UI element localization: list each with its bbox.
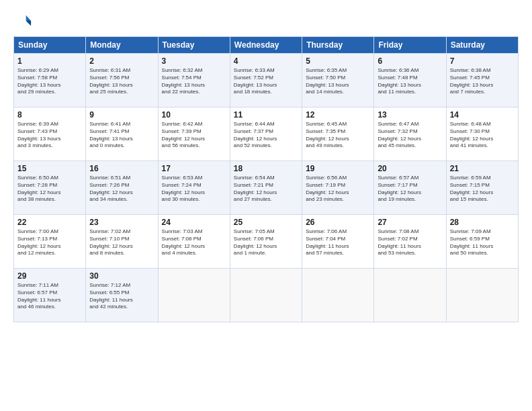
- cell-info: Sunrise: 6:57 AM Sunset: 7:17 PM Dayligh…: [378, 175, 442, 203]
- calendar-cell: 6Sunrise: 6:36 AM Sunset: 7:48 PM Daylig…: [374, 54, 446, 107]
- cell-info: Sunrise: 6:48 AM Sunset: 7:30 PM Dayligh…: [450, 121, 515, 150]
- cell-info: Sunrise: 6:42 AM Sunset: 7:39 PM Dayligh…: [162, 121, 226, 150]
- day-number: 22: [17, 218, 82, 227]
- calendar-cell: 16Sunrise: 6:51 AM Sunset: 7:26 PM Dayli…: [86, 161, 158, 215]
- calendar-cell: 29Sunrise: 7:11 AM Sunset: 6:57 PM Dayli…: [14, 269, 86, 322]
- cell-info: Sunrise: 7:08 AM Sunset: 7:02 PM Dayligh…: [378, 228, 442, 257]
- calendar-cell: 30Sunrise: 7:12 AM Sunset: 6:55 PM Dayli…: [86, 269, 158, 322]
- day-number: 17: [162, 164, 226, 173]
- cell-info: Sunrise: 7:12 AM Sunset: 6:55 PM Dayligh…: [89, 282, 154, 311]
- calendar-cell: 27Sunrise: 7:08 AM Sunset: 7:02 PM Dayli…: [374, 215, 446, 269]
- calendar-cell: [158, 269, 230, 322]
- page: SundayMondayTuesdayWednesdayThursdayFrid…: [0, 0, 532, 329]
- header: [13, 12, 519, 31]
- cell-info: Sunrise: 6:31 AM Sunset: 7:56 PM Dayligh…: [89, 67, 154, 96]
- cell-info: Sunrise: 6:33 AM Sunset: 7:52 PM Dayligh…: [234, 67, 298, 96]
- cell-info: Sunrise: 6:35 AM Sunset: 7:50 PM Dayligh…: [306, 67, 370, 96]
- calendar-cell: [230, 269, 302, 322]
- cell-info: Sunrise: 6:59 AM Sunset: 7:15 PM Dayligh…: [450, 175, 515, 203]
- calendar-cell: 20Sunrise: 6:57 AM Sunset: 7:17 PM Dayli…: [374, 161, 446, 215]
- calendar-cell: 15Sunrise: 6:50 AM Sunset: 7:28 PM Dayli…: [14, 161, 86, 215]
- calendar-cell: 9Sunrise: 6:41 AM Sunset: 7:41 PM Daylig…: [86, 107, 158, 161]
- cell-info: Sunrise: 7:06 AM Sunset: 7:04 PM Dayligh…: [306, 228, 370, 257]
- calendar-cell: 17Sunrise: 6:53 AM Sunset: 7:24 PM Dayli…: [158, 161, 230, 215]
- day-number: 27: [378, 218, 442, 227]
- calendar-header-sunday: Sunday: [14, 37, 86, 54]
- cell-info: Sunrise: 7:00 AM Sunset: 7:13 PM Dayligh…: [17, 228, 82, 257]
- calendar-cell: 18Sunrise: 6:54 AM Sunset: 7:21 PM Dayli…: [230, 161, 302, 215]
- day-number: 29: [17, 271, 82, 281]
- calendar-header-wednesday: Wednesday: [230, 37, 302, 54]
- calendar-cell: 2Sunrise: 6:31 AM Sunset: 7:56 PM Daylig…: [86, 54, 158, 107]
- calendar-table: SundayMondayTuesdayWednesdayThursdayFrid…: [13, 36, 519, 322]
- calendar-cell: 8Sunrise: 6:39 AM Sunset: 7:43 PM Daylig…: [14, 107, 86, 161]
- cell-info: Sunrise: 6:38 AM Sunset: 7:45 PM Dayligh…: [450, 67, 515, 96]
- cell-info: Sunrise: 7:05 AM Sunset: 7:06 PM Dayligh…: [234, 228, 298, 257]
- calendar-week-5: 29Sunrise: 7:11 AM Sunset: 6:57 PM Dayli…: [14, 269, 519, 322]
- day-number: 3: [162, 56, 226, 66]
- calendar-cell: [302, 269, 374, 322]
- day-number: 13: [378, 110, 442, 120]
- calendar-cell: 5Sunrise: 6:35 AM Sunset: 7:50 PM Daylig…: [302, 54, 374, 107]
- cell-info: Sunrise: 6:51 AM Sunset: 7:26 PM Dayligh…: [89, 175, 154, 203]
- cell-info: Sunrise: 6:50 AM Sunset: 7:28 PM Dayligh…: [17, 175, 82, 203]
- calendar-cell: 7Sunrise: 6:38 AM Sunset: 7:45 PM Daylig…: [446, 54, 518, 107]
- day-number: 4: [234, 56, 298, 66]
- calendar-cell: 24Sunrise: 7:03 AM Sunset: 7:08 PM Dayli…: [158, 215, 230, 269]
- cell-info: Sunrise: 6:56 AM Sunset: 7:19 PM Dayligh…: [306, 175, 370, 203]
- day-number: 18: [234, 164, 298, 173]
- day-number: 14: [450, 110, 515, 120]
- day-number: 5: [306, 56, 370, 66]
- day-number: 26: [306, 218, 370, 227]
- calendar-cell: [446, 269, 518, 322]
- calendar-header-thursday: Thursday: [302, 37, 374, 54]
- calendar-cell: 4Sunrise: 6:33 AM Sunset: 7:52 PM Daylig…: [230, 54, 302, 107]
- day-number: 25: [234, 218, 298, 227]
- calendar-header-row: SundayMondayTuesdayWednesdayThursdayFrid…: [14, 37, 519, 54]
- calendar-cell: 26Sunrise: 7:06 AM Sunset: 7:04 PM Dayli…: [302, 215, 374, 269]
- logo: [13, 12, 35, 31]
- day-number: 7: [450, 56, 515, 66]
- day-number: 2: [89, 56, 154, 66]
- day-number: 12: [306, 110, 370, 120]
- day-number: 8: [17, 110, 82, 120]
- cell-info: Sunrise: 6:53 AM Sunset: 7:24 PM Dayligh…: [162, 175, 226, 203]
- calendar-cell: 22Sunrise: 7:00 AM Sunset: 7:13 PM Dayli…: [14, 215, 86, 269]
- cell-info: Sunrise: 7:02 AM Sunset: 7:10 PM Dayligh…: [89, 228, 154, 257]
- calendar-header-tuesday: Tuesday: [158, 37, 230, 54]
- calendar-cell: [374, 269, 446, 322]
- day-number: 23: [89, 218, 154, 227]
- cell-info: Sunrise: 7:11 AM Sunset: 6:57 PM Dayligh…: [17, 282, 82, 311]
- calendar-cell: 10Sunrise: 6:42 AM Sunset: 7:39 PM Dayli…: [158, 107, 230, 161]
- day-number: 30: [89, 271, 154, 281]
- calendar-cell: 1Sunrise: 6:29 AM Sunset: 7:58 PM Daylig…: [14, 54, 86, 107]
- calendar-cell: 28Sunrise: 7:09 AM Sunset: 6:59 PM Dayli…: [446, 215, 518, 269]
- calendar-week-4: 22Sunrise: 7:00 AM Sunset: 7:13 PM Dayli…: [14, 215, 519, 269]
- cell-info: Sunrise: 6:45 AM Sunset: 7:35 PM Dayligh…: [306, 121, 370, 150]
- cell-info: Sunrise: 7:09 AM Sunset: 6:59 PM Dayligh…: [450, 228, 515, 257]
- day-number: 1: [17, 56, 82, 66]
- day-number: 11: [234, 110, 298, 120]
- day-number: 15: [17, 164, 82, 173]
- cell-info: Sunrise: 7:03 AM Sunset: 7:08 PM Dayligh…: [162, 228, 226, 257]
- calendar-cell: 21Sunrise: 6:59 AM Sunset: 7:15 PM Dayli…: [446, 161, 518, 215]
- day-number: 24: [162, 218, 226, 227]
- day-number: 10: [162, 110, 226, 120]
- cell-info: Sunrise: 6:47 AM Sunset: 7:32 PM Dayligh…: [378, 121, 442, 150]
- calendar-header-friday: Friday: [374, 37, 446, 54]
- cell-info: Sunrise: 6:39 AM Sunset: 7:43 PM Dayligh…: [17, 121, 82, 150]
- calendar-cell: 11Sunrise: 6:44 AM Sunset: 7:37 PM Dayli…: [230, 107, 302, 161]
- calendar-cell: 12Sunrise: 6:45 AM Sunset: 7:35 PM Dayli…: [302, 107, 374, 161]
- cell-info: Sunrise: 6:54 AM Sunset: 7:21 PM Dayligh…: [234, 175, 298, 203]
- calendar-week-3: 15Sunrise: 6:50 AM Sunset: 7:28 PM Dayli…: [14, 161, 519, 215]
- day-number: 21: [450, 164, 515, 173]
- day-number: 9: [89, 110, 154, 120]
- calendar-cell: 14Sunrise: 6:48 AM Sunset: 7:30 PM Dayli…: [446, 107, 518, 161]
- calendar-cell: 25Sunrise: 7:05 AM Sunset: 7:06 PM Dayli…: [230, 215, 302, 269]
- calendar-cell: 3Sunrise: 6:32 AM Sunset: 7:54 PM Daylig…: [158, 54, 230, 107]
- calendar-header-saturday: Saturday: [446, 37, 518, 54]
- cell-info: Sunrise: 6:44 AM Sunset: 7:37 PM Dayligh…: [234, 121, 298, 150]
- calendar-week-2: 8Sunrise: 6:39 AM Sunset: 7:43 PM Daylig…: [14, 107, 519, 161]
- day-number: 19: [306, 164, 370, 173]
- logo-icon: [13, 12, 32, 31]
